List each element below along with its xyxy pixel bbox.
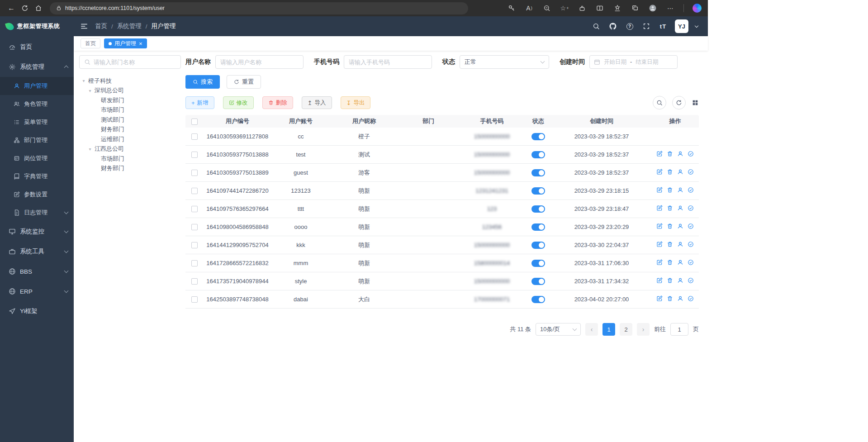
- next-page-button[interactable]: ›: [637, 323, 650, 336]
- row-checkbox[interactable]: [191, 242, 198, 248]
- row-delete-icon[interactable]: [667, 277, 673, 284]
- avatar-caret-icon[interactable]: [695, 24, 698, 28]
- status-toggle[interactable]: [531, 169, 545, 176]
- sidebar-item-bbs[interactable]: BBS: [0, 261, 74, 281]
- sidebar-item-yi-framework[interactable]: Yi框架: [0, 301, 74, 321]
- font-size-icon[interactable]: tT: [658, 21, 668, 31]
- phone-input[interactable]: [344, 55, 432, 69]
- row-assign-role-icon[interactable]: [688, 169, 694, 175]
- tree-node[interactable]: 研发部门: [79, 95, 181, 105]
- status-toggle[interactable]: [531, 260, 545, 267]
- sidebar-item-erp[interactable]: ERP: [0, 281, 74, 301]
- tab-close-icon[interactable]: ×: [139, 41, 142, 47]
- browser-profile-icon[interactable]: [648, 3, 657, 14]
- tree-node[interactable]: 测试部门: [79, 115, 181, 125]
- row-reset-password-icon[interactable]: [677, 259, 683, 266]
- row-assign-role-icon[interactable]: [688, 277, 694, 284]
- status-toggle[interactable]: [531, 242, 545, 249]
- row-delete-icon[interactable]: [667, 295, 673, 302]
- address-bar[interactable]: https://ccnetcore.com:1101/system/user: [50, 2, 468, 14]
- zoom-icon[interactable]: [542, 3, 551, 14]
- goto-page-input[interactable]: [670, 323, 688, 336]
- row-edit-icon[interactable]: [656, 223, 663, 229]
- row-checkbox[interactable]: [191, 188, 198, 194]
- prev-page-button[interactable]: ‹: [585, 323, 598, 336]
- row-edit-icon[interactable]: [656, 151, 663, 157]
- row-edit-icon[interactable]: [656, 169, 663, 175]
- split-screen-icon[interactable]: [595, 3, 604, 14]
- row-reset-password-icon[interactable]: [677, 187, 683, 193]
- status-toggle[interactable]: [531, 223, 545, 231]
- favorites-bar-icon[interactable]: [613, 3, 622, 14]
- status-select[interactable]: 正常: [460, 55, 549, 69]
- sidebar-item-param-settings[interactable]: 参数设置: [0, 185, 74, 204]
- sidebar-item-system-monitor[interactable]: 系统监控: [0, 222, 74, 242]
- favorite-add-icon[interactable]: ☆+: [560, 3, 569, 14]
- row-checkbox[interactable]: [191, 224, 198, 230]
- user-avatar[interactable]: YJ: [675, 19, 688, 33]
- tab-user-management[interactable]: 用户管理 ×: [104, 38, 147, 48]
- row-edit-icon[interactable]: [656, 295, 663, 302]
- row-edit-icon[interactable]: [656, 187, 663, 193]
- tree-node[interactable]: 运维部门: [79, 134, 181, 144]
- github-icon[interactable]: [608, 21, 618, 31]
- extensions-icon[interactable]: [578, 3, 587, 14]
- tree-node[interactable]: 财务部门: [79, 125, 181, 135]
- modify-button[interactable]: 修改: [223, 96, 254, 109]
- row-reset-password-icon[interactable]: [677, 169, 683, 175]
- row-reset-password-icon[interactable]: [677, 151, 683, 157]
- collapse-menu-icon[interactable]: [80, 22, 88, 30]
- row-reset-password-icon[interactable]: [677, 295, 683, 302]
- collections-icon[interactable]: [631, 3, 640, 14]
- browser-refresh-button[interactable]: [18, 2, 32, 14]
- sidebar-item-post-management[interactable]: 岗位管理: [0, 149, 74, 167]
- tree-node[interactable]: 市场部门: [79, 154, 181, 164]
- row-checkbox[interactable]: [191, 296, 198, 303]
- sidebar-item-dict-management[interactable]: 字典管理: [0, 167, 74, 185]
- select-all-checkbox[interactable]: [191, 119, 198, 125]
- fullscreen-icon[interactable]: [641, 21, 651, 31]
- date-range-picker[interactable]: 开始日期 - 结束日期: [589, 55, 678, 69]
- row-assign-role-icon[interactable]: [688, 295, 694, 302]
- row-delete-icon[interactable]: [667, 205, 673, 211]
- status-toggle[interactable]: [531, 133, 545, 140]
- sidebar-item-role-management[interactable]: 角色管理: [0, 95, 74, 113]
- row-delete-icon[interactable]: [667, 241, 673, 247]
- tree-node[interactable]: ▾江西总公司: [79, 144, 181, 154]
- add-button[interactable]: +新增: [185, 96, 214, 109]
- row-checkbox[interactable]: [191, 260, 198, 266]
- sidebar-item-dept-management[interactable]: 部门管理: [0, 131, 74, 149]
- tree-node[interactable]: 财务部门: [79, 164, 181, 174]
- status-toggle[interactable]: [531, 187, 545, 195]
- row-delete-icon[interactable]: [667, 223, 673, 229]
- status-toggle[interactable]: [531, 296, 545, 303]
- delete-button[interactable]: 删除: [262, 96, 293, 109]
- breadcrumb-item[interactable]: 系统管理: [117, 22, 142, 30]
- row-assign-role-icon[interactable]: [688, 241, 694, 247]
- sidebar-item-home[interactable]: 首页: [0, 37, 74, 57]
- sidebar-item-system-tools[interactable]: 系统工具: [0, 242, 74, 261]
- password-key-icon[interactable]: [507, 3, 516, 14]
- row-reset-password-icon[interactable]: [677, 223, 683, 229]
- tab-home[interactable]: 首页: [81, 38, 100, 48]
- page-size-select[interactable]: 10条/页: [536, 323, 581, 336]
- row-delete-icon[interactable]: [667, 259, 673, 266]
- tree-node[interactable]: 市场部门: [79, 105, 181, 115]
- table-search-toggle-button[interactable]: [653, 96, 666, 109]
- row-edit-icon[interactable]: [656, 241, 663, 247]
- status-toggle[interactable]: [531, 205, 545, 213]
- username-input[interactable]: [215, 55, 304, 69]
- row-reset-password-icon[interactable]: [677, 241, 683, 247]
- row-checkbox[interactable]: [191, 152, 198, 158]
- tree-node[interactable]: ▾橙子科技: [79, 76, 181, 86]
- copilot-icon[interactable]: [693, 3, 702, 14]
- row-reset-password-icon[interactable]: [677, 277, 683, 284]
- search-icon[interactable]: [591, 21, 601, 31]
- page-button-1[interactable]: 1: [602, 323, 615, 336]
- row-checkbox[interactable]: [191, 206, 198, 212]
- reset-button[interactable]: 重置: [227, 75, 261, 89]
- row-delete-icon[interactable]: [667, 187, 673, 193]
- sidebar-item-menu-management[interactable]: 菜单管理: [0, 113, 74, 131]
- row-edit-icon[interactable]: [656, 205, 663, 211]
- page-button-2[interactable]: 2: [620, 323, 632, 336]
